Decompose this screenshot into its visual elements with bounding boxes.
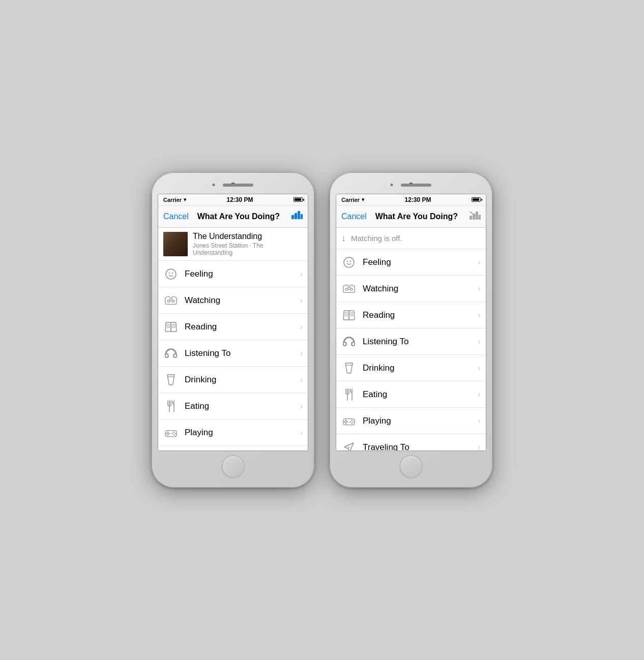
album-art-inner [163, 232, 188, 256]
carrier-label: Carrier [341, 197, 360, 203]
chevron-right-icon: › [300, 349, 303, 358]
chevron-right-icon: › [300, 402, 303, 411]
status-bar: Carrier▾12:30 PM [336, 194, 486, 205]
list-item-drinking[interactable]: Drinking› [336, 355, 486, 381]
matching-text: Matching is off. [351, 234, 402, 243]
playing-icon [341, 413, 357, 429]
list-item-feeling[interactable]: Feeling› [158, 261, 308, 287]
eating-label: Eating [185, 401, 300, 411]
watching-label: Watching [363, 284, 478, 294]
chevron-right-icon: › [300, 296, 303, 305]
svg-point-68 [352, 423, 353, 424]
phone-screen: Carrier▾12:30 PMCancelWhat Are You Doing… [336, 194, 486, 451]
drinking-icon [163, 372, 179, 387]
list-item-eating[interactable]: Eating› [158, 393, 308, 419]
svg-point-43 [345, 288, 348, 290]
list-item-drinking[interactable]: Drinking› [158, 367, 308, 393]
home-button[interactable] [222, 455, 244, 477]
drinking-label: Drinking [185, 375, 300, 385]
reading-label: Reading [363, 310, 478, 320]
list-item-traveling[interactable]: Traveling To› [336, 434, 486, 451]
list-item-feeling[interactable]: Feeling› [336, 249, 486, 276]
list-item-reading[interactable]: Reading› [158, 314, 308, 340]
listening-label: Listening To [185, 348, 300, 358]
drinking-icon [341, 361, 357, 376]
chevron-right-icon: › [478, 284, 481, 293]
cancel-button[interactable]: Cancel [163, 212, 189, 221]
eating-label: Eating [363, 389, 478, 400]
list-item-listening[interactable]: Listening To› [336, 328, 486, 355]
status-right [294, 197, 303, 202]
battery-icon [294, 197, 303, 202]
chevron-right-icon: › [478, 390, 481, 399]
home-button[interactable] [400, 455, 422, 477]
nav-title: What Are You Doing? [375, 212, 458, 221]
svg-point-40 [344, 257, 354, 267]
svg-rect-3 [301, 214, 303, 219]
list-item-watching[interactable]: Watching› [158, 287, 308, 314]
chevron-right-icon: › [300, 269, 303, 279]
svg-point-33 [171, 433, 173, 434]
chevron-right-icon: › [300, 375, 303, 384]
status-left: Carrier▾ [341, 197, 364, 203]
playing-icon [163, 425, 179, 440]
svg-point-44 [350, 288, 353, 290]
list-item-watching[interactable]: Watching› [336, 276, 486, 302]
phone-right: Carrier▾12:30 PMCancelWhat Are You Doing… [330, 172, 492, 488]
cancel-button[interactable]: Cancel [341, 212, 367, 221]
svg-rect-35 [470, 216, 472, 220]
status-right [472, 197, 481, 202]
drinking-label: Drinking [363, 363, 478, 373]
chevron-right-icon: › [478, 337, 481, 346]
watching-icon [163, 293, 179, 308]
status-bar: Carrier▾12:30 PM [158, 194, 308, 205]
wifi-icon: ▾ [184, 197, 186, 202]
feeling-icon [341, 255, 357, 270]
list-item-listening[interactable]: Listening To› [158, 340, 308, 367]
nav-bar: CancelWhat Are You Doing? [158, 205, 308, 228]
svg-point-32 [173, 434, 175, 436]
phone-screen: Carrier▾12:30 PMCancelWhat Are You Doing… [158, 194, 308, 451]
chevron-right-icon: › [478, 364, 481, 373]
chevron-right-icon: › [478, 258, 481, 267]
chevron-right-icon: › [478, 416, 481, 426]
svg-point-31 [175, 433, 177, 434]
svg-point-8 [172, 299, 174, 302]
chevron-right-icon: › [300, 428, 303, 437]
scroll-area[interactable]: The UnderstandingJones Street Station · … [158, 228, 308, 451]
list-item-playing[interactable]: Playing› [336, 408, 486, 434]
reading-icon [163, 319, 179, 335]
phone-top [336, 178, 486, 194]
svg-rect-1 [295, 213, 297, 219]
watching-icon [341, 281, 357, 296]
svg-rect-52 [343, 342, 346, 346]
list-item-reading[interactable]: Reading› [336, 302, 486, 328]
album-art [163, 232, 188, 256]
listening-icon [163, 346, 179, 361]
traveling-icon [341, 440, 357, 451]
phone-bottom [158, 451, 308, 482]
nav-chart-icon[interactable] [288, 211, 303, 222]
svg-point-69 [349, 421, 351, 423]
battery-icon [472, 197, 481, 202]
eating-icon [163, 399, 179, 414]
status-time: 12:30 PM [405, 196, 431, 203]
phone-left: Carrier▾12:30 PMCancelWhat Are You Doing… [152, 172, 314, 488]
scroll-area[interactable]: ↓Matching is off. Feeling› Watching› Rea… [336, 228, 486, 451]
status-time: 12:30 PM [227, 196, 253, 203]
list-item-traveling[interactable]: Traveling To› [158, 446, 308, 451]
list-item-playing[interactable]: Playing› [158, 419, 308, 446]
feeling-label: Feeling [185, 269, 300, 279]
phones-container: Carrier▾12:30 PMCancelWhat Are You Doing… [152, 172, 492, 488]
svg-point-41 [347, 260, 348, 261]
chevron-right-icon: › [478, 311, 481, 320]
svg-rect-0 [291, 215, 294, 219]
matching-arrow-icon: ↓ [341, 233, 346, 244]
nav-title: What Are You Doing? [197, 212, 280, 221]
reading-label: Reading [185, 322, 300, 332]
nav-chart-icon[interactable] [466, 212, 481, 222]
song-row: The UnderstandingJones Street Station · … [158, 228, 308, 261]
svg-rect-16 [165, 354, 168, 357]
status-left: Carrier▾ [163, 197, 186, 203]
list-item-eating[interactable]: Eating› [336, 381, 486, 408]
